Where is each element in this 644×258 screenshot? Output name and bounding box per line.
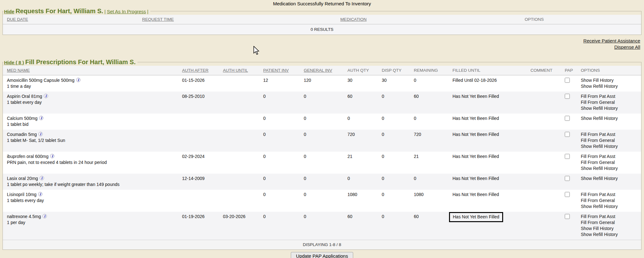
pap-checkbox[interactable] <box>565 116 570 121</box>
fill-from-general-link[interactable]: Fill From General <box>581 160 641 165</box>
filled-until-cell: Has Not Yet Been Filled <box>448 114 526 130</box>
auth-qty-cell: 720 <box>343 130 378 152</box>
info-icon[interactable]: i <box>38 132 43 136</box>
fill-from-general-link[interactable]: Fill From General <box>581 99 641 105</box>
comment-cell <box>526 152 561 174</box>
auth-until-cell <box>219 190 259 212</box>
med-name-cell: Lisinopril 10mgi 1 tablets every day <box>3 190 178 212</box>
comment-cell <box>526 92 561 114</box>
pap-cell <box>561 75 577 92</box>
pap-checkbox[interactable] <box>565 176 570 181</box>
med-name-cell: Amoxicillin 500mg Capsule 500mgi 1 time … <box>3 75 178 92</box>
options-cell: Show Refill History <box>577 174 641 190</box>
fill-from-pat-asst-link[interactable]: Fill From Pat Asst <box>581 93 641 99</box>
info-icon[interactable]: i <box>44 94 48 98</box>
show-refill-history-link[interactable]: Show Refill History <box>581 165 641 171</box>
med-name: naltrexone 4.5mg <box>7 214 41 219</box>
comment-cell <box>526 130 561 152</box>
fill-from-general-link[interactable]: Fill From General <box>581 198 641 204</box>
info-icon[interactable]: i <box>76 78 80 82</box>
show-refill-history-link[interactable]: Show Refill History <box>581 204 641 210</box>
pap-checkbox[interactable] <box>565 94 570 99</box>
med-name: Lasix oral 20mg <box>7 176 38 181</box>
pap-checkbox[interactable] <box>565 78 570 83</box>
hide-requests-link[interactable]: Hide <box>4 9 14 14</box>
filled-until-cell: Filled Until 02-18-2026 <box>448 75 526 92</box>
med-name: ibuprofen oral 600mg <box>7 154 48 159</box>
disp-qty-cell: 0 <box>378 190 410 212</box>
info-icon[interactable]: i <box>42 214 47 218</box>
column-header-medication[interactable]: MEDICATION <box>280 15 427 24</box>
column-header-comment: COMMENT <box>526 66 561 75</box>
fill-from-pat-asst-link[interactable]: Fill From Pat Asst <box>581 154 641 160</box>
auth-until-cell <box>219 114 259 130</box>
auth-qty-cell: 1080 <box>343 190 378 212</box>
show-refill-history-link[interactable]: Show Refill History <box>581 143 641 149</box>
options-cell: Fill From Pat Asst Fill From General Sho… <box>577 212 641 240</box>
fill-from-pat-asst-link[interactable]: Fill From Pat Asst <box>581 214 641 220</box>
hide-fill-prescriptions-link[interactable]: Hide ( 8 ) <box>4 60 24 65</box>
general-inv-cell: 0 <box>300 114 343 130</box>
column-header-med-name[interactable]: MED NAME <box>3 66 178 75</box>
show-fill-history-link[interactable]: Show Fill History <box>581 226 641 232</box>
column-header-auth-after[interactable]: AUTH AFTER <box>178 66 219 75</box>
disp-qty-cell: 0 <box>378 212 410 240</box>
show-refill-history-link[interactable]: Show Refill History <box>581 115 641 121</box>
pap-cell <box>561 130 577 152</box>
general-inv-cell: 120 <box>300 75 343 92</box>
requests-section-legend: Hide Requests For Hart, William S. | Set… <box>3 8 150 15</box>
auth-after-cell: 08-25-2010 <box>178 92 219 114</box>
table-row: Coumadin 5mgi 1 tablet M- Sat, 1/2 table… <box>3 130 641 152</box>
receive-patient-assistance-link[interactable]: Receive Patient Assistance <box>583 38 640 43</box>
auth-after-cell: 02-29-2024 <box>178 152 219 174</box>
pap-checkbox[interactable] <box>565 132 570 137</box>
show-refill-history-link[interactable]: Show Refill History <box>581 105 641 111</box>
column-header-auth-qty: AUTH QTY <box>343 66 378 75</box>
med-name: Lisinopril 10mg <box>7 192 36 197</box>
pap-checkbox[interactable] <box>565 192 570 197</box>
show-refill-history-link[interactable]: Show Refill History <box>581 232 641 238</box>
disp-qty-cell: 30 <box>378 75 410 92</box>
patient-inv-cell: 0 <box>259 152 300 174</box>
fill-from-pat-asst-link[interactable]: Fill From Pat Asst <box>581 192 641 198</box>
fill-from-general-link[interactable]: Fill From General <box>581 137 641 143</box>
remaining-cell: 720 <box>410 130 448 152</box>
filled-until-cell: Has Not Yet Been Filled <box>448 92 526 114</box>
pap-checkbox[interactable] <box>565 214 570 219</box>
fill-from-general-link[interactable]: Fill From General <box>581 220 641 226</box>
info-icon[interactable]: i <box>40 176 44 180</box>
column-header-patient-inv[interactable]: PATIENT INV <box>259 66 300 75</box>
remaining-cell: 0 <box>410 174 448 190</box>
column-header-request-time[interactable]: REQUEST TIME <box>138 15 280 24</box>
auth-qty-cell: 0 <box>343 174 378 190</box>
fill-prescriptions-section: Hide ( 8 ) Fill Prescriptions For Hart, … <box>3 59 641 250</box>
auth-qty-cell: 21 <box>343 152 378 174</box>
set-as-in-progress-link[interactable]: Set As In Progress <box>107 9 146 14</box>
med-name: Amoxicillin 500mg Capsule 500mg <box>7 78 75 83</box>
auth-qty-cell: 60 <box>343 92 378 114</box>
table-row: naltrexone 4.5mgi 1 per day 01-19-2026 0… <box>3 212 641 240</box>
update-pap-applications-button[interactable]: Update PAP Applications <box>291 252 353 258</box>
show-refill-history-link[interactable]: Show Refill History <box>581 83 641 89</box>
med-name: Coumadin 5mg <box>7 132 37 137</box>
show-refill-history-link[interactable]: Show Refill History <box>581 176 641 182</box>
med-sig: 1 tablet every day <box>7 99 178 105</box>
pap-checkbox[interactable] <box>565 154 570 159</box>
column-header-general-inv[interactable]: GENERAL INV <box>300 66 343 75</box>
general-inv-cell: 0 <box>300 92 343 114</box>
filled-until-text: Has Not Yet Been Filled <box>452 176 499 181</box>
med-sig: 1 per day <box>7 220 178 226</box>
med-name-cell: Coumadin 5mgi 1 tablet M- Sat, 1/2 table… <box>3 130 178 152</box>
info-icon[interactable]: i <box>39 116 43 120</box>
column-header-due-date[interactable]: DUE DATE <box>3 15 138 24</box>
auth-after-cell: 01-19-2026 <box>178 212 219 240</box>
info-icon[interactable]: i <box>38 192 42 196</box>
requests-empty-row: 0 RESULTS <box>3 24 641 35</box>
column-header-auth-until[interactable]: AUTH UNTIL <box>219 66 259 75</box>
show-fill-history-link[interactable]: Show Fill History <box>581 77 641 83</box>
fill-from-pat-asst-link[interactable]: Fill From Pat Asst <box>581 132 641 137</box>
dispense-all-link[interactable]: Dispense All <box>614 44 640 50</box>
med-name: Calcium 500mg <box>7 116 37 121</box>
med-sig: PRN pain, not to exceed 4 tablets in 24 … <box>7 160 178 165</box>
info-icon[interactable]: i <box>50 154 54 158</box>
